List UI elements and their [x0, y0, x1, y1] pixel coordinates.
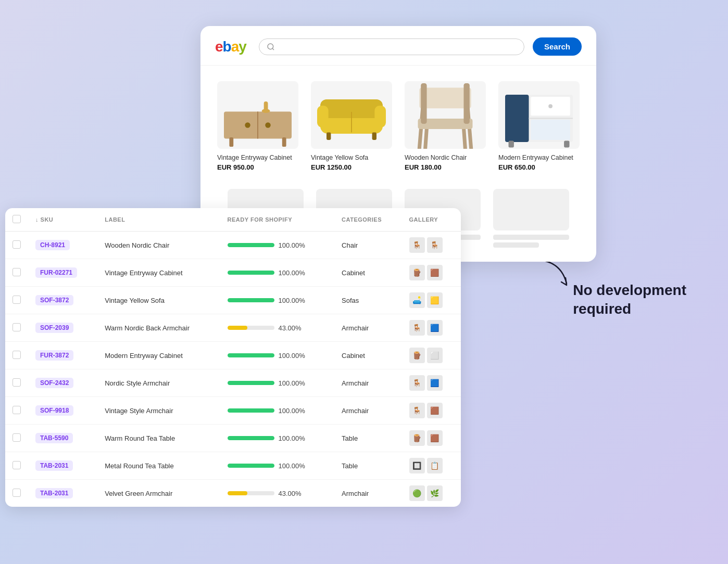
cell-gallery: 🪑 🟫	[402, 397, 461, 425]
sku-badge[interactable]: SOF-2039	[35, 323, 73, 333]
progress-wrap: 43.00%	[228, 490, 328, 497]
row-checkbox[interactable]	[12, 268, 21, 276]
product-card-3[interactable]: Wooden Nordic Chair EUR 180.00	[398, 75, 492, 177]
row-checkbox[interactable]	[12, 296, 21, 304]
cell-checkbox	[5, 397, 28, 425]
sku-badge[interactable]: SOF-9918	[35, 405, 73, 416]
product-card-1[interactable]: Vintage Entryway Cabinet EUR 950.00	[211, 75, 305, 177]
row-checkbox[interactable]	[12, 240, 21, 249]
no-dev-text: No development required	[573, 281, 686, 319]
progress-wrap: 100.00%	[228, 379, 328, 387]
cell-checkbox	[5, 342, 28, 369]
sku-badge[interactable]: TAB-2031	[35, 460, 73, 471]
search-icon	[267, 43, 275, 51]
table-row: TAB-2031 Metal Round Tea Table 100.00% T…	[5, 452, 461, 480]
gallery-thumb-1: 🪵	[409, 348, 425, 363]
progress-pct: 100.00%	[279, 407, 306, 415]
sku-badge[interactable]: TAB-2031	[35, 488, 73, 498]
product-name-1: Vintage Entryway Cabinet	[217, 154, 298, 161]
product-card-4[interactable]: Modern Entryway Cabinet EUR 650.00	[492, 75, 586, 177]
product-name-3: Wooden Nordic Chair	[405, 154, 486, 161]
row-checkbox[interactable]	[12, 323, 21, 331]
search-bar[interactable]	[259, 39, 524, 55]
cell-label: Wooden Nordic Chair	[97, 232, 220, 259]
gallery-thumb-1: 🪑	[409, 403, 425, 418]
gallery-imgs: 🪵 ⬜	[409, 348, 454, 363]
cell-label: Velvet Green Armchair	[97, 480, 220, 507]
header-checkbox[interactable]	[12, 215, 21, 223]
table-row: TAB-5590 Warm Round Tea Table 100.00% Ta…	[5, 425, 461, 452]
progress-wrap: 100.00%	[228, 462, 328, 470]
logo-a: a	[231, 39, 239, 55]
row-checkbox[interactable]	[12, 378, 21, 387]
modern-cabinet-svg	[498, 81, 580, 149]
progress-bar-bg	[228, 491, 274, 495]
ebay-header: ebay Search	[200, 26, 596, 66]
logo-y: y	[239, 39, 246, 55]
cell-progress: 100.00%	[220, 397, 335, 425]
cell-checkbox	[5, 287, 28, 314]
progress-bar-bg	[228, 381, 274, 385]
row-checkbox[interactable]	[12, 406, 21, 414]
progress-pct: 100.00%	[279, 352, 306, 360]
progress-fill	[228, 464, 274, 468]
sku-badge[interactable]: TAB-5590	[35, 433, 73, 443]
cell-label: Vintage Entryway Cabinet	[97, 259, 220, 287]
progress-bar-bg	[228, 271, 274, 275]
col-sku: ↓ SKU	[28, 208, 97, 232]
progress-bar-bg	[228, 353, 274, 357]
svg-rect-22	[419, 88, 471, 109]
skeleton-text-short	[493, 242, 539, 248]
row-checkbox[interactable]	[12, 461, 21, 469]
cell-category: Armchair	[334, 369, 401, 397]
cell-gallery: 🪵 🟫	[402, 425, 461, 452]
product-price-1: EUR 950.00	[217, 163, 298, 171]
sku-badge[interactable]: SOF-2432	[35, 378, 73, 388]
col-gallery: GALLERY	[402, 208, 461, 232]
gallery-thumb-2: 🟫	[427, 265, 443, 280]
row-checkbox[interactable]	[12, 351, 21, 359]
cell-gallery: 🪵 ⬜	[402, 342, 461, 369]
gallery-imgs: 🪵 🟫	[409, 430, 454, 446]
cell-sku: TAB-2031	[28, 452, 97, 480]
ebay-logo: ebay	[215, 39, 246, 55]
cell-category: Armchair	[334, 314, 401, 342]
gallery-imgs: 🪑 🪑	[409, 237, 454, 253]
cell-label: Modern Entryway Cabinet	[97, 342, 220, 369]
gallery-thumb-2: 🟦	[427, 375, 443, 391]
gallery-thumb-1: 🛋️	[409, 292, 425, 308]
cell-gallery: 🪑 🪑	[402, 232, 461, 259]
row-checkbox[interactable]	[12, 433, 21, 442]
sku-badge[interactable]: FUR-3872	[35, 350, 73, 361]
progress-wrap: 43.00%	[228, 324, 328, 332]
sku-badge[interactable]: SOF-3872	[35, 295, 73, 305]
svg-rect-32	[564, 140, 569, 147]
cell-category: Armchair	[334, 397, 401, 425]
chair-svg	[405, 81, 486, 149]
progress-pct: 43.00%	[279, 490, 306, 497]
gallery-thumb-2: 🌿	[427, 485, 443, 501]
cell-checkbox	[5, 452, 28, 480]
cell-label: Warm Round Tea Table	[97, 425, 220, 452]
cell-category: Sofas	[334, 287, 401, 314]
gallery-thumb-2: 🟨	[427, 292, 443, 308]
sku-badge[interactable]: FUR-02271	[35, 267, 77, 278]
progress-pct: 100.00%	[279, 269, 306, 277]
progress-fill	[228, 436, 274, 440]
table-header-row: ↓ SKU LABEL READY FOR SHOPIFY CATEGORIES…	[5, 208, 461, 232]
product-grid: Vintage Entryway Cabinet EUR 950.00	[211, 75, 586, 177]
cell-label: Vintage Yellow Sofa	[97, 287, 220, 314]
product-card-2[interactable]: Vintage Yellow Sofa EUR 1250.00	[305, 75, 398, 177]
progress-fill	[228, 271, 274, 275]
progress-pct: 100.00%	[279, 434, 306, 442]
cell-label: Vintage Style Armchair	[97, 397, 220, 425]
table-row: FUR-3872 Modern Entryway Cabinet 100.00%…	[5, 342, 461, 369]
search-button[interactable]: Search	[533, 37, 582, 56]
cell-gallery: 🛋️ 🟨	[402, 287, 461, 314]
row-checkbox[interactable]	[12, 489, 21, 497]
search-input[interactable]	[279, 43, 517, 51]
sku-badge[interactable]: CH-8921	[35, 240, 70, 250]
table-header: ↓ SKU LABEL READY FOR SHOPIFY CATEGORIES…	[5, 208, 461, 232]
cell-category: Cabinet	[334, 259, 401, 287]
progress-wrap: 100.00%	[228, 269, 328, 277]
